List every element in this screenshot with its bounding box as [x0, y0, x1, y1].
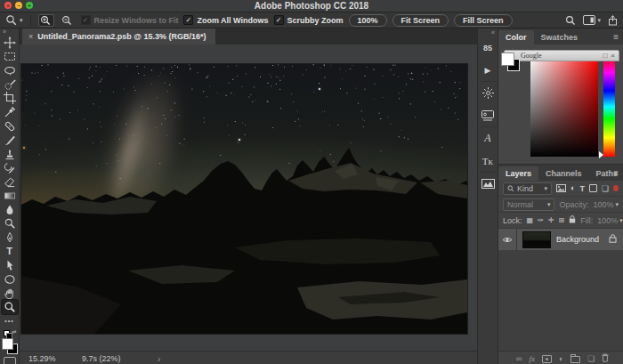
zoom-all-windows-checkbox[interactable]: ✓ Zoom All Windows [183, 15, 268, 25]
adjustment-layer-icon[interactable]: ◐ [559, 354, 563, 363]
screen-mode-button[interactable] [4, 357, 16, 364]
dodge-tool[interactable] [2, 217, 18, 231]
rectangular-marquee-tool[interactable] [2, 50, 18, 64]
lock-all-icon[interactable] [569, 215, 576, 225]
link-layers-icon[interactable]: ∞ [516, 354, 522, 363]
filter-toggle-icon[interactable] [613, 185, 619, 191]
blend-mode-dropdown[interactable]: Normal ▾ [503, 198, 554, 211]
filter-pixel-layers-icon[interactable] [556, 184, 566, 192]
new-group-icon[interactable] [570, 356, 580, 363]
chevron-down-icon: ▾ [20, 17, 23, 24]
actions-panel-icon[interactable]: ▶ [477, 59, 498, 81]
brush-tool[interactable] [2, 133, 18, 148]
tool-preset-picker[interactable]: ▾ [5, 14, 23, 26]
tab-channels[interactable]: Channels [538, 166, 589, 181]
layer-thumbnail[interactable] [522, 231, 551, 248]
filter-type-layers-icon[interactable]: T [579, 184, 585, 193]
lasso-tool[interactable] [2, 63, 18, 77]
eyedropper-tool[interactable] [2, 105, 18, 119]
slideshow-panel-icon[interactable] [477, 104, 498, 126]
edit-toolbar-button[interactable]: ••• [2, 314, 18, 328]
foreground-color-swatch[interactable] [501, 53, 514, 66]
eraser-tool[interactable] [2, 175, 18, 190]
layer-name[interactable]: Background [556, 235, 609, 244]
new-layer-icon[interactable]: ❏ [587, 354, 595, 363]
filter-adjustment-layers-icon[interactable]: ◐ [570, 184, 575, 192]
layer-row-background[interactable]: Background [498, 229, 623, 250]
tab-layers[interactable]: Layers [498, 166, 538, 181]
panels-column: Color Swatches ≡ Google □ × Layers [498, 28, 623, 364]
share-icon[interactable] [608, 15, 618, 26]
tk-panel-icon[interactable]: Tᴋ [477, 150, 498, 172]
shape-tool[interactable] [2, 272, 18, 287]
lock-pixels-icon[interactable]: ✑ [538, 217, 544, 224]
canvas-pasteboard[interactable] [20, 44, 477, 351]
zoom-in-button[interactable] [38, 14, 54, 27]
close-window-icon[interactable]: × [611, 53, 615, 60]
zoom-tool[interactable] [2, 300, 18, 314]
canvas-image[interactable] [21, 64, 467, 334]
status-chevron-icon[interactable]: › [158, 354, 160, 364]
hue-strip[interactable] [603, 57, 615, 157]
close-tab-icon[interactable]: × [28, 32, 33, 41]
fill-screen-button[interactable]: Fill Screen [454, 14, 513, 27]
gradient-tool[interactable] [2, 189, 18, 203]
tab-swatches[interactable]: Swatches [534, 30, 586, 44]
collapse-tools-icon[interactable]: » [0, 28, 6, 36]
extension-85-panel-icon[interactable]: 85 [477, 36, 498, 59]
hue-slider-handle[interactable] [599, 151, 603, 158]
filter-shape-layers-icon[interactable] [589, 184, 597, 192]
delete-layer-icon[interactable] [602, 353, 609, 364]
fullscreen-window-button[interactable]: + [26, 2, 33, 9]
pen-tool[interactable] [2, 231, 18, 245]
foreground-background-swatches[interactable] [2, 338, 18, 354]
path-selection-tool[interactable] [2, 259, 18, 273]
hand-tool[interactable] [2, 287, 18, 301]
layer-visibility-toggle[interactable] [498, 229, 517, 250]
panel-menu-icon[interactable]: ≡ [613, 168, 619, 178]
expand-panels-icon[interactable]: « [491, 28, 498, 36]
zoom-out-button[interactable] [60, 14, 76, 27]
move-tool[interactable] [2, 36, 18, 50]
fill-field[interactable]: 100% ▾ [597, 216, 623, 225]
close-window-button[interactable]: × [4, 2, 12, 9]
lock-transparency-icon[interactable]: ▦ [527, 217, 534, 224]
spot-healing-brush-tool[interactable] [2, 119, 18, 133]
histogram-panel-icon[interactable] [477, 172, 498, 195]
opacity-field[interactable]: 100% ▾ [593, 200, 619, 209]
scrubby-zoom-checkbox[interactable]: ✓ Scrubby Zoom [274, 15, 344, 25]
lock-position-icon[interactable]: ✛ [548, 217, 554, 224]
google-floating-window[interactable]: Google □ × [504, 50, 619, 61]
zoom-100-button[interactable]: 100% [349, 14, 387, 27]
glyphs-panel-icon[interactable]: A [477, 126, 498, 150]
fit-screen-button[interactable]: Fit Screen [392, 14, 449, 27]
document-tab[interactable]: × Untitled_Panorama2.psb @ 15.3% (RGB/16… [22, 28, 215, 44]
foreground-color-swatch[interactable] [2, 338, 13, 350]
lock-artboard-icon[interactable]: ⊞ [558, 217, 564, 224]
filter-kind-dropdown[interactable]: Kind ▾ [503, 182, 552, 195]
crop-tool[interactable] [2, 92, 18, 106]
blur-tool[interactable] [2, 203, 18, 217]
google-window-title: Google [521, 52, 542, 60]
minimize-window-button[interactable]: − [15, 2, 22, 9]
restore-window-icon[interactable]: □ [603, 53, 607, 60]
status-zoom-level[interactable]: 15.29% [20, 354, 82, 363]
zoom-in-icon [40, 15, 52, 26]
workspace-switcher[interactable]: ▾ [583, 15, 601, 25]
clone-stamp-tool[interactable] [2, 147, 18, 161]
filter-kind-label: Kind [517, 184, 541, 193]
swap-colors-icon[interactable]: ⇄ [12, 328, 16, 335]
default-colors-control[interactable]: ⇄ [4, 330, 16, 337]
search-icon[interactable] [565, 15, 576, 26]
panel-menu-icon[interactable]: ≡ [613, 32, 619, 42]
tab-color[interactable]: Color [498, 30, 534, 44]
add-mask-icon[interactable] [542, 355, 552, 363]
history-brush-tool[interactable] [2, 161, 18, 175]
adjustments-panel-icon[interactable] [477, 81, 498, 104]
filter-smart-objects-icon[interactable]: ❏ [602, 184, 609, 193]
chevron-down-icon: ▾ [547, 201, 551, 208]
type-tool[interactable]: T [2, 245, 18, 259]
quick-selection-tool[interactable] [2, 77, 18, 92]
layer-style-icon[interactable]: fx [529, 354, 535, 363]
saturation-value-picker[interactable] [530, 57, 598, 157]
